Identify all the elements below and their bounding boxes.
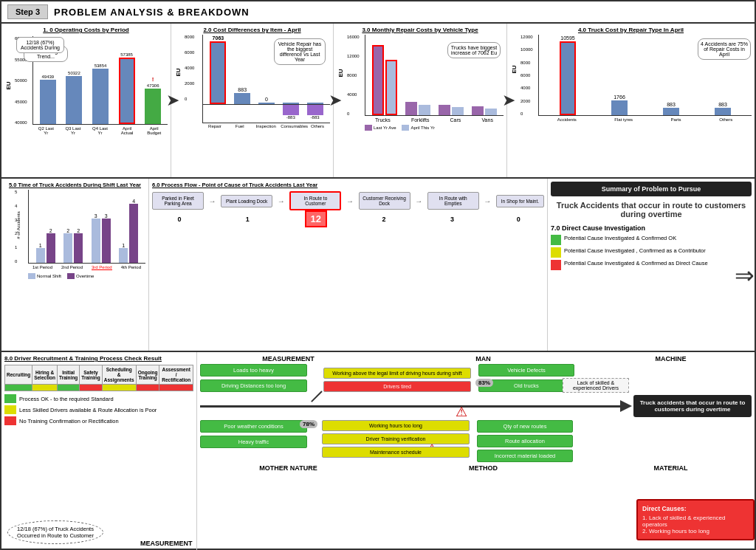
group-2nd: 2 2	[63, 228, 83, 263]
bar-flattyres: 1766	[611, 94, 628, 115]
count-fleet: 0	[154, 216, 205, 223]
arrow-to-summary: ⇒	[735, 261, 755, 289]
bar-parts: 883	[663, 102, 679, 115]
chart2-title: 2.0 Cost Differences by Item - April	[174, 27, 330, 33]
label-material: MATERIAL	[623, 464, 719, 472]
chart4: 4.0 Truck Cost by Repair Type In April E…	[507, 24, 755, 177]
chart6: 6.0 Process Flow - Point of Cause of Tru…	[149, 179, 548, 351]
chart4-ylabel: EU	[511, 66, 518, 74]
bar-accidents: 10595	[560, 35, 576, 115]
chart3-thought: Trucks have biggest increase of 7062 Eu	[447, 42, 501, 58]
cause-distances: Driving Distances too long	[200, 379, 307, 392]
label-lack-skilled: Lack of skilled & experienced Drivers	[563, 378, 629, 393]
cause-working-hours: Working hours too long	[322, 420, 470, 431]
chart8: 8.0 Driver Recruitment & Training Proces…	[1, 352, 197, 550]
material-causes: Qty of new routes Route allocation Incor…	[477, 420, 573, 462]
legend-item-green: Potential Cause Investigated & Confirmed…	[551, 235, 752, 245]
bar-group-cars	[439, 105, 464, 115]
bar-group-forklifts	[405, 102, 430, 115]
cause-route-allocation: Route allocation	[477, 435, 573, 447]
chart3-legend-lastyear: Last Yr Ave	[365, 125, 396, 131]
main-container: Step 3 PROBLEM ANALYSIS & BREAKDOWN 1. 0…	[0, 0, 756, 550]
chart3: 3.0 Monthly Repair Costs by Vehicle Type…	[334, 24, 507, 177]
measurement-causes: Loads too heavy Driving Distances too lo…	[200, 364, 307, 392]
mother-nature-causes: Poor weather conditions Heavy traffic	[200, 420, 307, 448]
bar-q4: 53854	[92, 63, 109, 124]
effect-box: Truck accidents that occur in route to c…	[633, 395, 752, 417]
arrow2: ➤	[329, 91, 342, 110]
bar-consumables	[283, 102, 299, 104]
label-mother-nature: MOTHER NATURE	[233, 464, 344, 472]
chart2-ylabel: EU	[175, 68, 182, 76]
top-row: 1. 0 Operating Costs by Period EU 60000 …	[1, 24, 755, 179]
cause-incorrect-material: Incorrect material loaded	[477, 450, 573, 462]
step-shop: In Shop for Maint.	[496, 195, 544, 207]
page-title: PROBLEM ANALYSIS & BREAKDOWN	[54, 7, 250, 18]
badge-83: 83%	[475, 379, 493, 387]
method-causes: 78% Working hours too long Driver Traini…	[322, 420, 470, 458]
spine-line	[200, 405, 620, 408]
cause-qty-routes: Qty of new routes	[477, 420, 573, 433]
measurement-label: MEASUREMENT	[140, 540, 193, 547]
count-route: 12	[290, 213, 342, 224]
summary-text: Truck Accidents that occur in route to c…	[551, 201, 752, 219]
bar-consumables-neg: -883	[283, 105, 299, 120]
cause-traffic: Heavy traffic	[200, 436, 307, 448]
bottom-row: 8.0 Driver Recruitment & Training Proces…	[1, 352, 755, 550]
legend-item-yellow: Potential Cause Investigated , Confirmed…	[551, 247, 752, 258]
arrow3: ➤	[502, 91, 515, 110]
bar-april-actual: 57385	[119, 52, 135, 124]
legend-normal: Normal Shift	[28, 273, 61, 279]
chart3-title: 3.0 Monthly Repair Costs by Vehicle Type	[337, 27, 504, 33]
bar-group-vans	[472, 106, 497, 115]
badge-78: 78%	[300, 420, 317, 428]
chart2-thought: Vehicle Repair has the biggest differenc…	[274, 38, 326, 65]
cause-loads: Loads too heavy	[200, 364, 307, 377]
step-route: In Route to Customer	[289, 191, 341, 210]
chart4-title: 4.0 Truck Cost by Repair Type In April	[510, 27, 752, 33]
header: Step 3 PROBLEM ANALYSIS & BREAKDOWN	[1, 1, 755, 24]
chart3-ylabel: EU	[337, 69, 344, 77]
bar-others2: 883	[715, 102, 731, 115]
group-3rd: 3 3	[92, 213, 111, 263]
chart8-title: 8.0 Driver Recruitment & Training Proces…	[4, 355, 193, 362]
content: 1. 0 Operating Costs by Period EU 60000 …	[1, 24, 755, 550]
bar-others	[307, 102, 323, 104]
count-empties: 3	[427, 216, 478, 223]
direct-causes-box: Direct Causes: 1. Lack of skilled & expe…	[636, 499, 755, 540]
cause-legal-limit: Working above the legal limit of driving…	[323, 368, 471, 379]
label-man: MAN	[410, 355, 557, 362]
chart5-note: 12/18 (67%) Accidents During	[16, 37, 64, 53]
cloud-bubble: 12/18 (67%) of Truck Accidents Occurred …	[7, 520, 103, 544]
cause-maintenance: Maintenance schedule	[322, 447, 470, 458]
count-receiving: 2	[358, 216, 410, 223]
bar-q2: 49439	[40, 75, 56, 124]
machine-causes: Vehicle Defects Old trucks	[478, 364, 574, 392]
chart5: 5.0 Time of Truck Accidents During Shift…	[1, 179, 149, 351]
chart4-thought: 4 Accidents are 75% of Repair Costs in A…	[698, 38, 751, 60]
bar-repair: 7063	[210, 35, 226, 104]
cause-diagram: MEASUREMENT MAN MACHINE Loads too heavy …	[197, 352, 755, 550]
chart5-title: 5.0 Time of Truck Accidents During Shift…	[4, 182, 145, 188]
step-label: Step 3	[7, 4, 48, 19]
spine-arrow	[620, 400, 632, 412]
group-1st: 1 2	[36, 228, 55, 263]
step-loading: Plant Loading Dock	[221, 195, 272, 207]
count-loading: 1	[221, 216, 273, 223]
bar-inspection: 0	[258, 97, 275, 104]
bar-april-budget: ! 47306	[145, 76, 161, 124]
warning-triangle1: ⚠	[456, 404, 467, 420]
legend-item-red: Potential Cause Investigated & Confirmed…	[551, 260, 752, 270]
middle-row: 5.0 Time of Truck Accidents During Shift…	[1, 179, 755, 352]
step-empties: In Route with Empties	[427, 192, 479, 210]
chart6-title: 6.0 Process Flow - Point of Cause of Tru…	[152, 182, 544, 188]
legend-overtime: Overtime	[67, 273, 94, 279]
step-receiving: Customer Receiving Dock	[359, 192, 410, 210]
bar-others-neg: -883	[307, 105, 323, 120]
bar-group-trucks	[372, 45, 397, 115]
label-method: METHOD	[410, 464, 557, 472]
arrow1: ➤	[166, 91, 179, 110]
count-shop: 0	[495, 216, 543, 223]
group-4th: 1 4	[119, 199, 138, 263]
chart1-title: 1. 0 Operating Costs by Period	[4, 27, 168, 33]
